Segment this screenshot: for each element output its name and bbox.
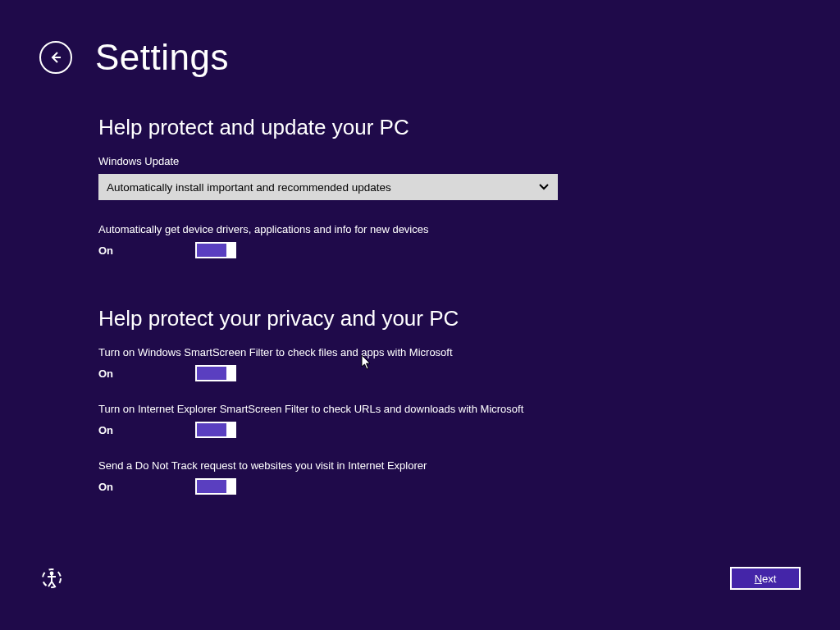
arrow-left-icon	[48, 49, 64, 66]
setting-desc: Automatically get device drivers, applic…	[98, 223, 722, 235]
toggle-do-not-track[interactable]	[195, 478, 236, 495]
dropdown-value: Automatically install important and reco…	[107, 181, 391, 194]
section-heading-privacy: Help protect your privacy and your PC	[98, 306, 722, 331]
svg-point-2	[50, 572, 54, 576]
next-button[interactable]: Next	[730, 567, 801, 590]
toggle-thumb	[226, 242, 236, 258]
setting-desc: Turn on Internet Explorer SmartScreen Fi…	[98, 403, 722, 415]
section-heading-update: Help protect and update your PC	[98, 115, 722, 140]
setting-desc: Turn on Windows SmartScreen Filter to ch…	[98, 346, 722, 358]
toggle-thumb	[226, 365, 236, 381]
next-button-rest: ext	[762, 573, 776, 585]
toggle-thumb	[226, 478, 236, 495]
toggle-device-drivers[interactable]	[195, 242, 236, 258]
back-button[interactable]	[39, 41, 72, 74]
next-button-accelerator: N	[755, 573, 762, 585]
setting-desc: Send a Do Not Track request to websites …	[98, 459, 722, 472]
toggle-state: On	[98, 481, 118, 493]
setting-do-not-track: Send a Do Not Track request to websites …	[98, 459, 722, 495]
setting-smartscreen-ie: Turn on Internet Explorer SmartScreen Fi…	[98, 403, 722, 438]
toggle-thumb	[226, 422, 236, 438]
chevron-down-icon	[538, 180, 550, 194]
footer: Next	[39, 566, 801, 591]
windows-update-dropdown[interactable]: Automatically install important and reco…	[98, 174, 558, 200]
content: Help protect and update your PC Windows …	[98, 115, 722, 516]
page-title: Settings	[95, 39, 229, 75]
toggle-state: On	[98, 424, 118, 436]
setting-device-drivers: Automatically get device drivers, applic…	[98, 223, 722, 258]
header: Settings	[39, 39, 229, 75]
windows-update-label: Windows Update	[98, 155, 722, 167]
toggle-state: On	[98, 368, 118, 380]
setting-smartscreen-files: Turn on Windows SmartScreen Filter to ch…	[98, 346, 722, 381]
toggle-state: On	[98, 244, 118, 257]
ease-of-access-icon[interactable]	[39, 566, 64, 591]
toggle-smartscreen-files[interactable]	[195, 365, 236, 381]
toggle-smartscreen-ie[interactable]	[195, 422, 236, 438]
